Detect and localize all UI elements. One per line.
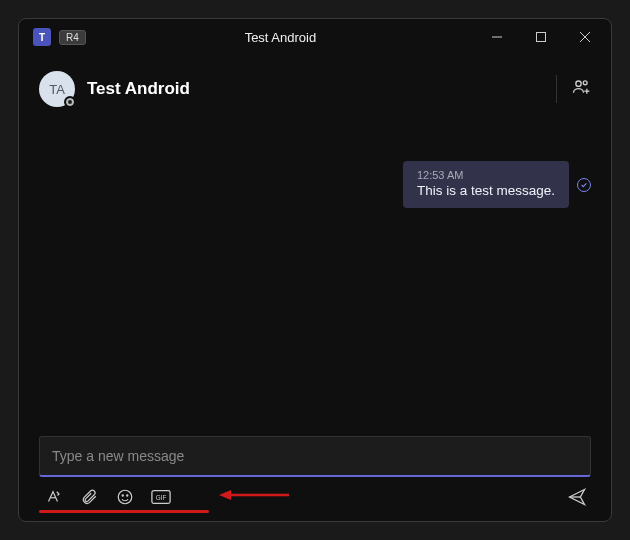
annotation-arrow <box>219 487 289 507</box>
add-people-icon[interactable] <box>571 77 591 101</box>
svg-point-9 <box>118 490 132 504</box>
close-button[interactable] <box>563 22 607 52</box>
window-controls <box>475 22 607 52</box>
emoji-icon[interactable] <box>115 487 135 507</box>
teams-app-icon: T <box>33 28 51 46</box>
format-icon[interactable] <box>43 487 63 507</box>
maximize-button[interactable] <box>519 22 563 52</box>
svg-point-11 <box>127 495 128 496</box>
attach-icon[interactable] <box>79 487 99 507</box>
svg-rect-1 <box>537 33 546 42</box>
avatar-initials: TA <box>49 82 65 97</box>
composer-area: GIF <box>19 436 611 521</box>
svg-point-10 <box>122 495 123 496</box>
svg-point-5 <box>583 81 587 85</box>
message-bubble[interactable]: 12:53 AM This is a test message. <box>403 161 569 208</box>
svg-point-4 <box>576 81 581 86</box>
message-row: 12:53 AM This is a test message. <box>39 161 591 208</box>
chat-window: T R4 Test Android TA Test Android <box>18 18 612 522</box>
read-receipt-icon <box>577 178 591 192</box>
annotation-underline <box>39 510 209 513</box>
message-list: 12:53 AM This is a test message. <box>19 121 611 436</box>
window-title: Test Android <box>86 30 475 45</box>
minimize-button[interactable] <box>475 22 519 52</box>
composer-toolbar: GIF <box>39 487 591 507</box>
message-timestamp: 12:53 AM <box>417 169 555 181</box>
chat-header: TA Test Android <box>19 55 611 121</box>
avatar[interactable]: TA <box>39 71 75 107</box>
gif-icon[interactable]: GIF <box>151 487 171 507</box>
svg-marker-15 <box>219 490 231 500</box>
message-text: This is a test message. <box>417 183 555 198</box>
titlebar: T R4 Test Android <box>19 19 611 55</box>
chat-title: Test Android <box>87 79 556 99</box>
svg-text:GIF: GIF <box>156 494 167 501</box>
presence-indicator <box>64 96 76 108</box>
profile-badge[interactable]: R4 <box>59 30 86 45</box>
message-composer[interactable] <box>39 436 591 477</box>
message-input[interactable] <box>52 448 578 464</box>
send-icon[interactable] <box>567 487 587 507</box>
header-actions <box>556 75 591 103</box>
